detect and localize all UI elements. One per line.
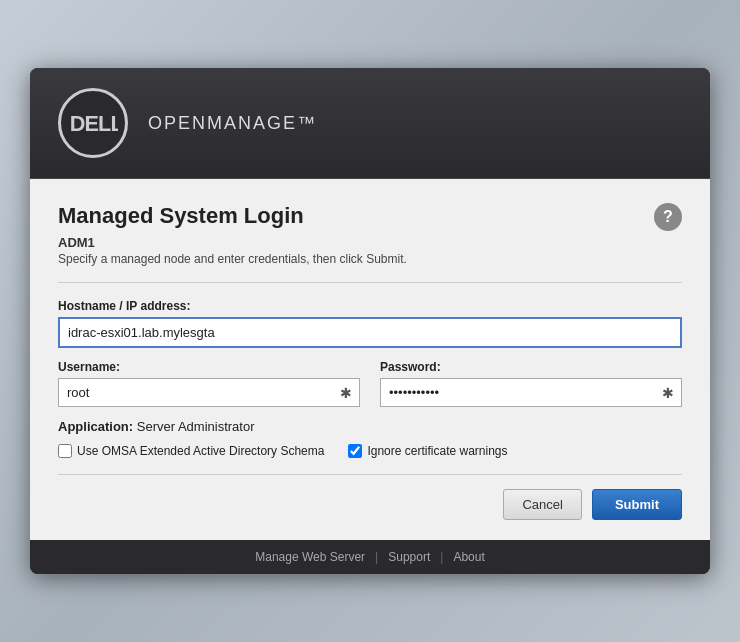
footer: Manage Web Server | Support | About (30, 540, 710, 574)
dell-logo-svg: DELL (68, 108, 118, 138)
login-dialog: DELL OPENMANAGE™ Managed System Login ? … (30, 68, 710, 574)
footer-link-manage-web-server[interactable]: Manage Web Server (255, 550, 365, 564)
cert-warning-checkbox-text: Ignore certificate warnings (367, 444, 507, 458)
omsa-checkbox-text: Use OMSA Extended Active Directory Schem… (77, 444, 324, 458)
title-row: Managed System Login ? (58, 203, 682, 231)
username-field-group: Username: ✱ (58, 360, 360, 407)
hostname-input[interactable] (58, 317, 682, 348)
dell-logo: DELL (58, 88, 128, 158)
omsa-checkbox[interactable] (58, 444, 72, 458)
brand-name: OPENMANAGE™ (148, 113, 317, 134)
help-button[interactable]: ? (654, 203, 682, 231)
application-value: Server Administrator (137, 419, 255, 434)
svg-text:DELL: DELL (70, 111, 118, 136)
cert-warning-checkbox-label[interactable]: Ignore certificate warnings (348, 444, 507, 458)
omsa-checkbox-label[interactable]: Use OMSA Extended Active Directory Schem… (58, 444, 324, 458)
checkbox-row: Use OMSA Extended Active Directory Schem… (58, 444, 682, 458)
dialog-header: DELL OPENMANAGE™ (30, 68, 710, 179)
credentials-row: Username: ✱ Password: ✱ (58, 360, 682, 407)
top-divider (58, 282, 682, 283)
footer-sep-2: | (440, 550, 443, 564)
cert-warning-checkbox[interactable] (348, 444, 362, 458)
footer-link-about[interactable]: About (453, 550, 484, 564)
button-row: Cancel Submit (58, 489, 682, 520)
password-field-group: Password: ✱ (380, 360, 682, 407)
system-name: ADM1 (58, 235, 682, 250)
footer-sep-1: | (375, 550, 378, 564)
footer-link-support[interactable]: Support (388, 550, 430, 564)
password-label: Password: (380, 360, 682, 374)
username-input-wrapper: ✱ (58, 378, 360, 407)
hostname-row: Hostname / IP address: (58, 299, 682, 348)
page-title: Managed System Login (58, 203, 304, 229)
dialog-body: Managed System Login ? ADM1 Specify a ma… (30, 179, 710, 540)
username-label: Username: (58, 360, 360, 374)
submit-button[interactable]: Submit (592, 489, 682, 520)
application-row: Application: Server Administrator (58, 419, 682, 434)
application-label: Application: (58, 419, 133, 434)
hostname-label: Hostname / IP address: (58, 299, 682, 313)
subtitle: Specify a managed node and enter credent… (58, 252, 682, 266)
bottom-divider (58, 474, 682, 475)
password-input[interactable] (380, 378, 682, 407)
cancel-button[interactable]: Cancel (503, 489, 581, 520)
password-input-wrapper: ✱ (380, 378, 682, 407)
username-input[interactable] (58, 378, 360, 407)
outer-background: DELL OPENMANAGE™ Managed System Login ? … (0, 0, 740, 642)
